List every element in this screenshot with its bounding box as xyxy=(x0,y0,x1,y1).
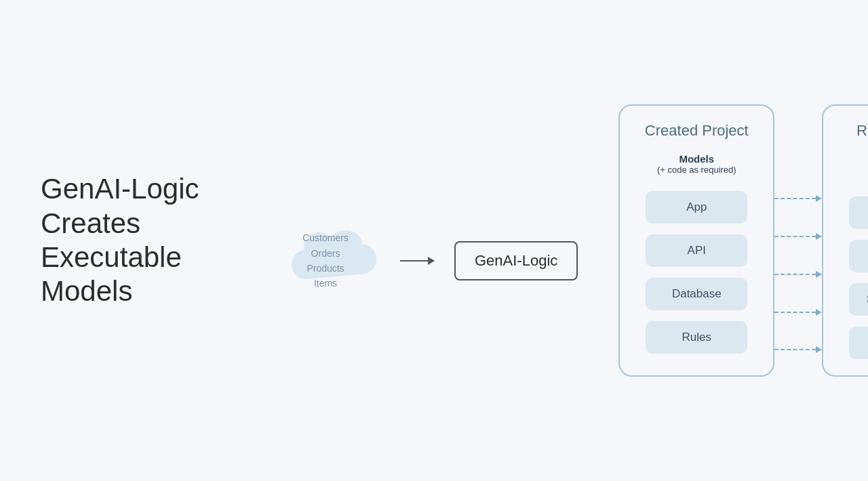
left-diagram: Customers Orders Products Items GenAI-Lo… xyxy=(271,224,578,298)
created-project-panel: Created Project Models (+ code as requir… xyxy=(618,104,774,377)
genai-logic-box: GenAI-Logic xyxy=(454,241,578,280)
runtime-item-logicbank: LogicBank xyxy=(849,327,868,359)
cloud-genai-row: Customers Orders Products Items GenAI-Lo… xyxy=(271,224,578,298)
main-title: GenAI-Logic Creates Executable Models xyxy=(41,172,244,309)
runtime-item-safrs-ra: safrs/ra xyxy=(849,196,868,229)
runtime-libs-items: safrs/ra safrs SQLAlchemy LogicBank xyxy=(849,196,868,359)
models-header: Models (+ code as required) xyxy=(657,153,736,175)
runtime-libs-panel: Runtime Libs Execution Engines safrs/ra … xyxy=(822,104,868,377)
connector-strip xyxy=(774,104,822,377)
created-project-item-database: Database xyxy=(646,278,747,310)
created-project-item-app: App xyxy=(646,191,747,224)
runtime-item-sqlalchemy: SQLAlchemy xyxy=(849,283,868,316)
api-arrow xyxy=(774,271,822,278)
cloud-shape: Customers Orders Products Items xyxy=(271,224,380,298)
app-arrow xyxy=(774,233,822,240)
created-project-items: App API Database Rules xyxy=(646,191,747,354)
main-container: GenAI-Logic Creates Executable Models Cu… xyxy=(41,27,827,454)
models-arrow xyxy=(774,195,822,202)
database-arrow xyxy=(774,309,822,316)
cloud-to-genai-arrow xyxy=(400,260,434,262)
runtime-libs-title: Runtime Libs xyxy=(856,122,868,140)
cloud-items: Customers Orders Products Items xyxy=(302,230,349,291)
created-project-title: Created Project xyxy=(645,122,749,140)
panels-wrapper: Created Project Models (+ code as requir… xyxy=(618,104,868,377)
title-section: GenAI-Logic Creates Executable Models xyxy=(41,172,244,309)
created-project-item-rules: Rules xyxy=(646,321,747,354)
created-project-item-api: API xyxy=(646,234,747,267)
rules-arrow xyxy=(774,346,822,353)
runtime-item-safrs: safrs xyxy=(849,240,868,272)
